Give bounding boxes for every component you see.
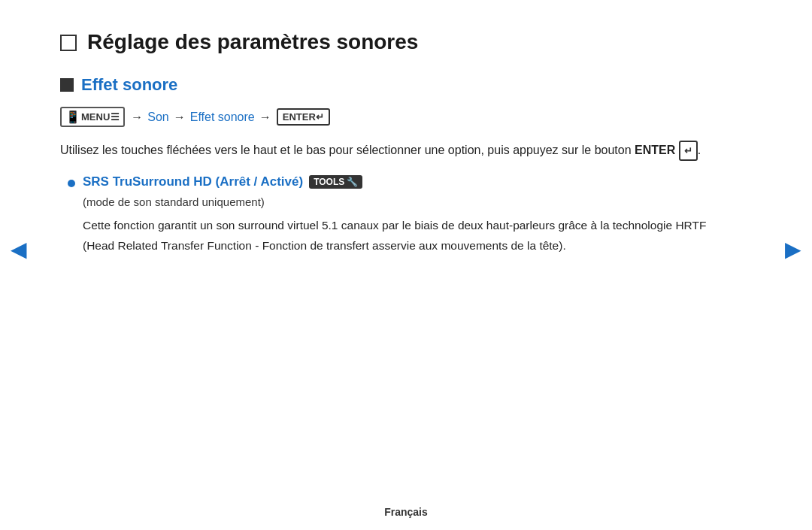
body-text: Cette fonction garantit un son surround … [83,216,707,256]
nav-arrow-left[interactable]: ◀ [11,236,27,261]
menu-label: MENU [81,111,110,123]
page-title-text: Réglage des paramètres sonores [87,30,418,54]
breadcrumb-arrow-1: → [131,111,143,124]
subitem-text: (mode de son standard uniquement) [83,195,752,208]
breadcrumb-link-effet: Effet sonore [190,111,255,124]
bullet-text: SRS TruSurround HD (Arrêt / Activé) TOOL… [83,174,362,189]
tools-wrench-icon: 🔧 [347,177,358,187]
footer: Français [0,497,812,530]
enter-bold: ENTER ↵ [635,144,698,156]
finger-icon: 📱 [65,110,80,124]
menu-bars: ☰ [111,111,120,123]
bullet-label: SRS TruSurround HD (Arrêt / Activé) [83,174,303,189]
footer-text: Français [384,506,428,518]
enter-symbol: ↵ [316,111,324,123]
enter-icon: ENTER ↵ [277,108,330,126]
breadcrumb-arrow-2: → [174,111,186,124]
enter-label: ENTER [283,111,316,123]
tools-badge: TOOLS 🔧 [309,175,362,189]
page-title: Réglage des paramètres sonores [60,30,752,54]
nav-arrow-right[interactable]: ▶ [785,236,801,261]
breadcrumb-arrow-3: → [259,111,271,124]
section-title-text: Effet sonore [81,75,177,95]
bullet-dot [68,180,75,187]
main-content: ◀ ▶ Réglage des paramètres sonores Effet… [0,0,812,497]
breadcrumb: 📱 MENU ☰ → Son → Effet sonore → ENTER ↵ [60,107,752,127]
tools-label: TOOLS [314,177,344,187]
breadcrumb-link-son: Son [147,111,168,124]
checkbox-icon [60,35,77,51]
bullet-item: SRS TruSurround HD (Arrêt / Activé) TOOL… [68,174,752,189]
menu-icon: 📱 MENU ☰ [60,107,125,127]
section-square-icon [60,78,74,92]
section-title: Effet sonore [60,75,752,95]
description-text: Utilisez les touches fléchées vers le ha… [60,141,714,161]
